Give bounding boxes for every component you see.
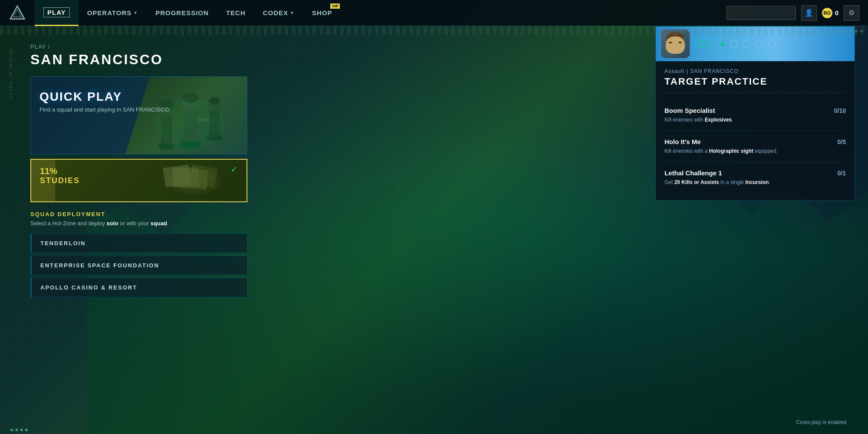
currency-amount: 0 [835, 9, 838, 16]
nav-item-tech[interactable]: TECH [217, 0, 254, 26]
nav-item-progression[interactable]: PROGRESSION [147, 0, 217, 26]
crossplay-notice: Cross-play is enabled [796, 419, 846, 425]
nav-right-controls: 👤 RO 0 ⚙ [727, 5, 859, 21]
nav-item-shop[interactable]: SHOP VIP [303, 0, 341, 26]
zone-btn-tenderloin[interactable]: TENDERLOIN [30, 233, 247, 253]
deco-lines-strip [0, 26, 868, 35]
codex-chevron-icon: ▼ [290, 10, 295, 15]
quick-play-title: QUICK PLAY [39, 90, 238, 104]
squad-deployment-title: SQUAD DEPLOYMENT [30, 211, 247, 217]
squad-deployment-section: SQUAD DEPLOYMENT Select a Hot-Zone and d… [30, 211, 247, 297]
person-icon: 👤 [805, 9, 813, 17]
desc-mid: or with your [118, 220, 150, 227]
play-panel: PLAY / SAN FRANCISCO [22, 43, 256, 434]
search-input[interactable] [727, 6, 796, 20]
nav-item-operators[interactable]: OPERATORS ▼ [79, 0, 147, 26]
settings-button[interactable]: ⚙ [844, 5, 859, 21]
page-title: SAN FRANCISCO [30, 52, 247, 68]
vip-badge: VIP [330, 3, 340, 9]
nav-label-play: PLAY [43, 7, 70, 17]
operators-chevron-icon: ▼ [133, 10, 138, 15]
top-right-arrows: ► ► ► ► ► [838, 28, 864, 33]
quick-play-content: QUICK PLAY Find a squad and start playin… [31, 77, 247, 126]
profile-button[interactable]: 👤 [801, 5, 817, 21]
settings-icon: ⚙ [848, 9, 855, 17]
studies-percent: 11% [40, 166, 238, 176]
zone-btn-enterprise[interactable]: ENTERPRISE SPACE FOUNDATION [30, 256, 247, 275]
desc-prefix: Select a Hot-Zone and deploy [30, 220, 107, 227]
nav-item-play[interactable]: PLAY [35, 0, 79, 26]
svg-marker-1 [13, 9, 22, 17]
studies-card[interactable]: ✓ 11% STUDIES [30, 159, 247, 202]
nav-label-shop: SHOP [312, 9, 332, 16]
nav-label-tech: TECH [226, 9, 246, 16]
nav-label-codex: CODEX [263, 9, 288, 16]
nav-item-codex[interactable]: CODEX ▼ [254, 0, 303, 26]
game-logo[interactable] [9, 4, 26, 22]
squad-deployment-desc: Select a Hot-Zone and deploy solo or wit… [30, 220, 247, 227]
desc-suffix: . [167, 220, 169, 227]
left-deco-text: UI.TRO.YR.VERI.ZU [9, 48, 13, 99]
nav-items: PLAY OPERATORS ▼ PROGRESSION TECH CODEX … [35, 0, 727, 26]
quick-play-subtitle: Find a squad and start playing in SAN FR… [39, 106, 238, 113]
main-content: UI.TRO.YR.VERI.ZU PLAY / SAN FRANCISCO [0, 35, 868, 434]
top-navigation: PLAY OPERATORS ▼ PROGRESSION TECH CODEX … [0, 0, 868, 26]
bottom-arrows-icon: ◄ ◄ ◄ ◄ [9, 427, 28, 433]
currency-display: RO 0 [822, 8, 838, 18]
zone-btn-apollo[interactable]: APOLLO CASINO & RESORT [30, 278, 247, 297]
nav-label-progression: PROGRESSION [155, 9, 209, 16]
quick-play-card[interactable]: QUICK PLAY Find a squad and start playin… [30, 76, 247, 155]
currency-icon: RO [822, 8, 832, 18]
bottom-deco: ◄ ◄ ◄ ◄ [0, 425, 868, 434]
breadcrumb: PLAY / [30, 43, 247, 50]
solo-text: solo [107, 220, 118, 227]
studies-content: 11% STUDIES [31, 160, 247, 192]
left-strip: UI.TRO.YR.VERI.ZU [0, 43, 22, 434]
studies-label: STUDIES [40, 176, 238, 185]
squad-text: squad [151, 220, 167, 227]
nav-label-operators: OPERATORS [87, 9, 132, 16]
